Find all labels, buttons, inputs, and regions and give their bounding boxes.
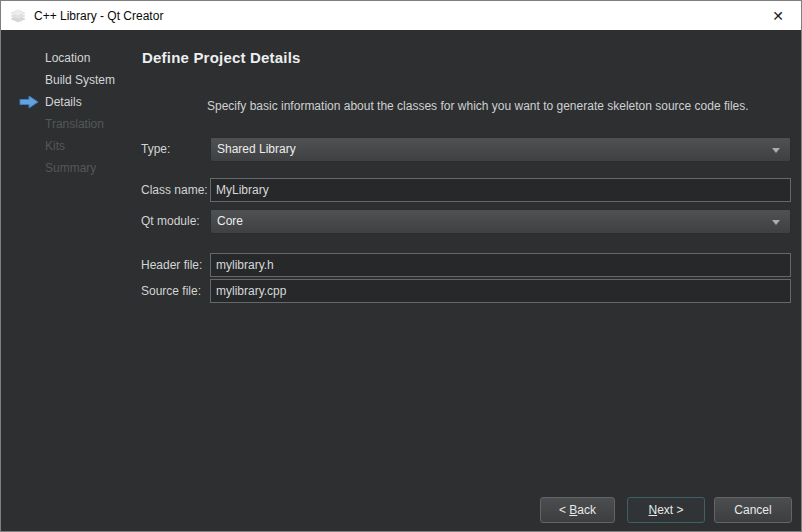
source-file-label: Source file:	[141, 279, 201, 303]
type-combobox[interactable]: Shared Library	[210, 137, 791, 162]
sidebar-step-location: Location	[45, 47, 90, 69]
header-file-input[interactable]	[210, 253, 791, 277]
qt-module-label: Qt module:	[141, 209, 200, 234]
class-name-input[interactable]	[210, 178, 791, 202]
app-icon	[9, 8, 27, 24]
qt-module-combobox-value: Core	[217, 214, 243, 228]
qt-module-combobox[interactable]: Core	[210, 209, 791, 234]
sidebar-step-translation: Translation	[45, 113, 104, 135]
window-title: C++ Library - Qt Creator	[34, 9, 163, 23]
cancel-button[interactable]: Cancel	[714, 497, 792, 523]
sidebar-step-kits: Kits	[45, 135, 65, 157]
current-step-arrow-icon	[19, 95, 39, 109]
close-icon: ✕	[772, 8, 784, 24]
page-title: Define Project Details	[142, 47, 301, 69]
back-button[interactable]: < Back	[540, 497, 615, 523]
source-file-input[interactable]	[210, 279, 791, 303]
type-label: Type:	[141, 137, 170, 162]
titlebar: C++ Library - Qt Creator ✕	[1, 1, 801, 30]
sidebar-step-details: Details	[45, 91, 82, 113]
wizard-dialog: C++ Library - Qt Creator ✕ Location Buil…	[0, 0, 802, 532]
close-button[interactable]: ✕	[755, 1, 801, 30]
page-description: Specify basic information about the clas…	[207, 99, 749, 114]
next-button[interactable]: Next >	[627, 497, 705, 523]
chevron-down-icon	[772, 220, 780, 225]
class-name-label: Class name:	[141, 178, 208, 202]
wizard-content: Location Build System Details Translatio…	[2, 31, 800, 530]
chevron-down-icon	[772, 148, 780, 153]
sidebar-step-summary: Summary	[45, 157, 96, 179]
type-combobox-value: Shared Library	[217, 142, 296, 156]
header-file-label: Header file:	[141, 253, 202, 277]
sidebar-step-build-system: Build System	[45, 69, 115, 91]
